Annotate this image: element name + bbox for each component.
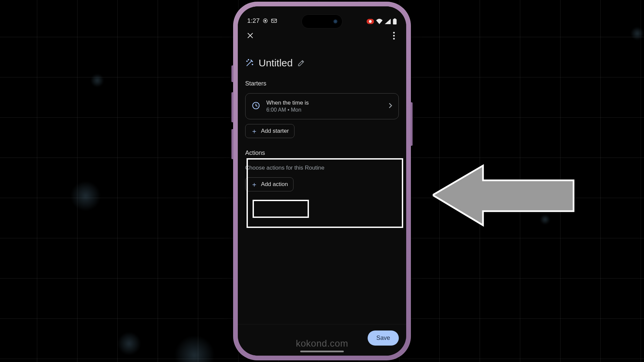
- svg-point-7: [247, 61, 247, 62]
- phone-frame: 1:27: [233, 2, 411, 360]
- plus-icon: ＋: [251, 128, 258, 134]
- pencil-icon: [298, 59, 305, 67]
- wifi-icon: [376, 19, 383, 24]
- clock-icon: [252, 101, 260, 111]
- add-starter-label: Add starter: [261, 128, 289, 134]
- svg-point-1: [265, 20, 266, 21]
- edit-title-button[interactable]: [298, 59, 305, 67]
- plus-icon: ＋: [251, 181, 258, 188]
- more-vert-icon: [393, 32, 395, 34]
- chevron-right-icon: [388, 103, 392, 110]
- camera-cutout: [302, 14, 342, 28]
- annotation-arrow: [433, 164, 577, 229]
- svg-rect-2: [271, 19, 276, 23]
- svg-rect-6: [394, 18, 395, 19]
- target-icon: [263, 18, 268, 23]
- close-icon: [247, 32, 254, 39]
- starter-item[interactable]: When the time is 6:00 AM • Mon: [245, 93, 399, 119]
- add-action-label: Add action: [261, 181, 288, 188]
- wand-icon: [245, 59, 254, 67]
- title-row: Untitled: [245, 57, 399, 69]
- starter-title: When the time is: [266, 100, 382, 106]
- starter-subtitle: 6:00 AM • Mon: [266, 107, 382, 113]
- watermark: kokond.com: [296, 338, 348, 349]
- actions-description: Choose actions for this Routine: [245, 165, 399, 171]
- screen: 1:27: [238, 6, 406, 356]
- add-starter-button[interactable]: ＋ Add starter: [245, 124, 294, 138]
- routine-title: Untitled: [259, 57, 293, 69]
- svg-point-9: [252, 64, 253, 65]
- battery-icon: [393, 18, 397, 24]
- gmail-icon: [271, 18, 277, 23]
- close-button[interactable]: [245, 31, 255, 41]
- actions-section-label: Actions: [245, 149, 399, 157]
- status-time: 1:27: [247, 17, 260, 24]
- content: Untitled Starters When the time is 6:00 …: [238, 46, 406, 324]
- signal-icon: [385, 19, 391, 24]
- svg-point-8: [248, 59, 249, 60]
- starters-section-label: Starters: [245, 80, 399, 87]
- svg-point-4: [369, 20, 372, 23]
- more-options-button[interactable]: [389, 31, 399, 41]
- save-button[interactable]: Save: [368, 330, 399, 346]
- svg-rect-5: [393, 19, 397, 24]
- nav-handle[interactable]: [300, 351, 344, 352]
- add-action-button[interactable]: ＋ Add action: [245, 177, 293, 191]
- record-badge-icon: [367, 19, 374, 24]
